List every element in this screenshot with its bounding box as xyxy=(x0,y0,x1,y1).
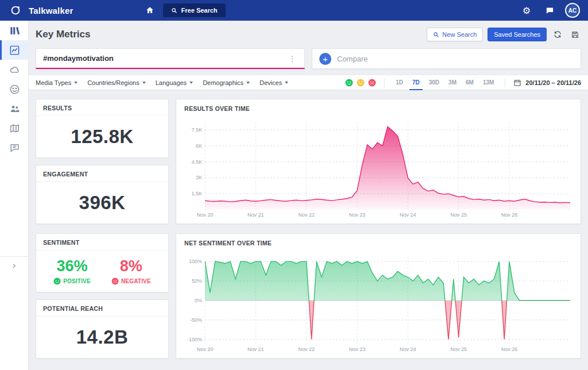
chevron-down-icon xyxy=(189,82,193,84)
talkwalker-logo-icon xyxy=(8,3,23,18)
divider xyxy=(384,78,385,87)
sidebar-expand-chevron-icon[interactable]: › xyxy=(0,256,28,273)
search-icon xyxy=(433,32,439,38)
filter-demographics[interactable]: Demographics xyxy=(203,79,250,86)
neutral-sentiment-filter-icon[interactable] xyxy=(357,79,365,87)
svg-text:100%: 100% xyxy=(189,259,202,264)
compare-label: Compare xyxy=(337,55,368,63)
save-icon[interactable] xyxy=(568,28,581,41)
line-chart-icon xyxy=(9,45,20,56)
svg-text:Nov 26: Nov 26 xyxy=(501,212,518,218)
filter-countries-regions[interactable]: Countries/Regions xyxy=(87,79,146,86)
sidebar-item-dashboards[interactable] xyxy=(0,40,29,60)
more-options-icon[interactable]: ⋮ xyxy=(287,54,297,63)
compare-button[interactable]: + Compare xyxy=(312,48,581,69)
svg-text:Nov 20: Nov 20 xyxy=(197,212,214,218)
date-range-picker[interactable]: 20/11/20 – 20/11/26 xyxy=(513,79,581,87)
dashboard-content: RESULTS 125.8K ENGAGEMENT 396K RESULTS O… xyxy=(29,90,588,365)
gear-icon[interactable]: ⚙ xyxy=(519,3,534,18)
results-value: 125.8K xyxy=(36,116,168,157)
sidebar-item-geography[interactable] xyxy=(0,118,29,138)
chevron-down-icon xyxy=(285,82,288,84)
svg-text:7.5K: 7.5K xyxy=(191,127,202,133)
sentiment-card: SENTIMENT 36% POSITIVE xyxy=(36,233,169,292)
filter-media-types[interactable]: Media Types xyxy=(36,79,78,86)
range-6m[interactable]: 6M xyxy=(463,75,477,90)
sentiment-card-label: SENTIMENT xyxy=(36,234,168,250)
saved-searches-button[interactable]: Saved Searches xyxy=(488,28,547,41)
filter-label: Languages xyxy=(156,79,187,86)
results-card: RESULTS 125.8K xyxy=(36,99,169,158)
top-navbar: Talkwalker Free Search ⚙ AC xyxy=(0,0,588,21)
cloud-icon xyxy=(9,64,20,75)
search-row: ⋮ + Compare xyxy=(29,47,588,69)
filter-label: Countries/Regions xyxy=(87,79,140,86)
divider xyxy=(505,78,505,87)
refresh-icon[interactable] xyxy=(551,28,564,41)
sidebar-item-conversations[interactable] xyxy=(0,138,29,157)
smiley-icon xyxy=(9,84,20,95)
chevron-down-icon xyxy=(74,82,78,84)
svg-text:3K: 3K xyxy=(196,175,202,180)
people-icon xyxy=(9,103,20,114)
brand-name: Talkwalker xyxy=(29,6,74,16)
svg-text:Nov 24: Nov 24 xyxy=(400,346,416,352)
svg-text:Nov 23: Nov 23 xyxy=(349,346,366,352)
filter-bar: Media Types Countries/Regions Languages … xyxy=(29,75,588,90)
sidebar-item-collections[interactable] xyxy=(0,21,29,40)
negative-sentiment-label: NEGATIVE xyxy=(121,278,151,284)
svg-text:Nov 25: Nov 25 xyxy=(450,212,467,218)
engagement-value: 396K xyxy=(36,182,168,223)
svg-text:Nov 26: Nov 26 xyxy=(501,346,518,352)
home-icon[interactable] xyxy=(142,3,157,18)
search-icon xyxy=(171,7,177,14)
chevron-down-icon xyxy=(246,82,250,84)
negative-sentiment-filter-icon[interactable] xyxy=(368,79,376,87)
svg-text:Nov 23: Nov 23 xyxy=(349,212,366,218)
library-icon xyxy=(9,25,20,36)
filter-devices[interactable]: Devices xyxy=(260,79,288,86)
plus-circle-icon: + xyxy=(319,53,331,65)
page-header: Key Metrics New Search Saved Searches xyxy=(29,21,588,47)
negative-sentiment-value: 8% xyxy=(120,257,142,275)
potential-reach-label: POTENTIAL REACH xyxy=(36,300,168,317)
svg-text:Nov 25: Nov 25 xyxy=(450,346,467,352)
range-13m[interactable]: 13M xyxy=(480,75,497,90)
results-over-time-title: RESULTS OVER TIME xyxy=(176,99,581,118)
sidebar-item-engagement[interactable] xyxy=(0,79,29,99)
left-sidebar: › xyxy=(0,21,29,370)
svg-text:Nov 21: Nov 21 xyxy=(247,346,264,352)
sidebar-item-social-cloud[interactable] xyxy=(0,60,29,79)
positive-sentiment-filter-icon[interactable] xyxy=(345,79,353,87)
main-content: Key Metrics New Search Saved Searches ⋮ … xyxy=(29,21,588,370)
free-search-label: Free Search xyxy=(181,7,218,14)
chevron-down-icon xyxy=(142,82,146,84)
sidebar-item-audience[interactable] xyxy=(0,99,29,118)
chat-bubble-icon[interactable] xyxy=(542,3,557,18)
svg-text:0%: 0% xyxy=(195,298,202,303)
range-30d[interactable]: 30D xyxy=(426,75,442,90)
svg-text:Nov 20: Nov 20 xyxy=(197,346,214,352)
potential-reach-value: 14.2B xyxy=(36,317,168,358)
svg-text:1.5K: 1.5K xyxy=(191,191,202,196)
positive-sentiment-value: 36% xyxy=(56,257,87,275)
user-avatar[interactable]: AC xyxy=(565,3,580,18)
range-7d[interactable]: 7D xyxy=(409,75,423,90)
svg-text:6K: 6K xyxy=(196,143,202,149)
filter-languages[interactable]: Languages xyxy=(156,79,193,86)
results-over-time-chart[interactable]: 1.5K3K4.5K6K7.5KNov 20Nov 21Nov 22Nov 23… xyxy=(180,118,575,220)
engagement-card: ENGAGEMENT 396K xyxy=(36,165,169,224)
new-search-button[interactable]: New Search xyxy=(427,28,483,41)
free-search-button[interactable]: Free Search xyxy=(163,3,226,17)
engagement-card-label: ENGAGEMENT xyxy=(36,165,168,182)
net-sentiment-over-time-title: NET SENTIMENT OVER TIME xyxy=(176,234,581,252)
date-range-label: 20/11/20 – 20/11/26 xyxy=(525,79,581,86)
range-1d[interactable]: 1D xyxy=(393,75,406,90)
results-over-time-card: RESULTS OVER TIME 1.5K3K4.5K6K7.5KNov 20… xyxy=(176,99,581,224)
svg-text:4.5K: 4.5K xyxy=(191,159,202,165)
svg-text:-100%: -100% xyxy=(187,337,202,342)
speech-bubble-icon xyxy=(9,142,20,153)
search-query-input[interactable] xyxy=(43,54,287,63)
net-sentiment-over-time-chart[interactable]: -100%-50%0%50%100%Nov 20Nov 21Nov 22Nov … xyxy=(180,252,575,354)
range-3m[interactable]: 3M xyxy=(446,75,459,90)
